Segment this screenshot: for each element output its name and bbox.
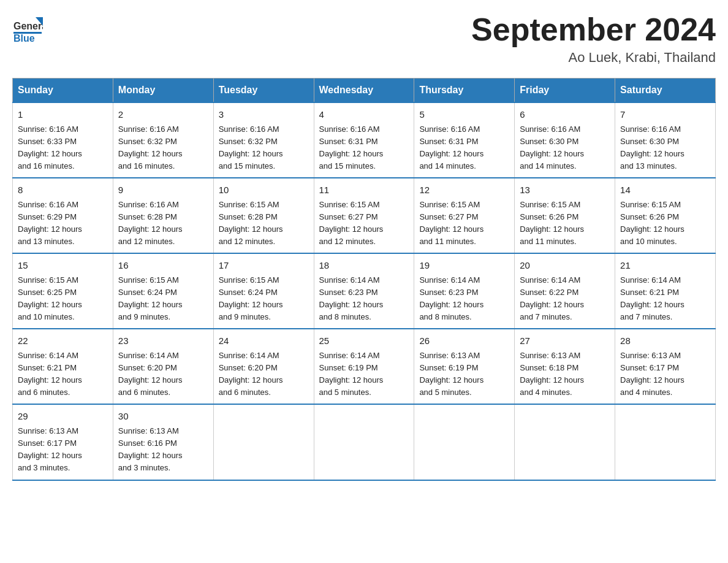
title-area: September 2024 Ao Luek, Krabi, Thailand — [471, 12, 716, 66]
calendar-cell: 11Sunrise: 6:15 AMSunset: 6:27 PMDayligh… — [314, 178, 414, 253]
calendar-cell: 7Sunrise: 6:16 AMSunset: 6:30 PMDaylight… — [615, 102, 716, 178]
calendar-cell: 9Sunrise: 6:16 AMSunset: 6:28 PMDaylight… — [113, 178, 213, 253]
day-info: Sunrise: 6:13 AMSunset: 6:17 PMDaylight:… — [18, 426, 82, 472]
day-info: Sunrise: 6:15 AMSunset: 6:26 PMDaylight:… — [620, 200, 684, 246]
day-info: Sunrise: 6:14 AMSunset: 6:23 PMDaylight:… — [319, 275, 384, 321]
day-number: 20 — [520, 259, 610, 273]
day-number: 11 — [319, 183, 409, 197]
day-number: 12 — [419, 183, 509, 197]
logo-area: General Blue — [12, 12, 43, 43]
page-header: General Blue September 2024 Ao Luek, Kra… — [12, 12, 716, 66]
calendar-cell: 23Sunrise: 6:14 AMSunset: 6:20 PMDayligh… — [113, 329, 213, 404]
day-info: Sunrise: 6:15 AMSunset: 6:24 PMDaylight:… — [219, 275, 283, 321]
day-info: Sunrise: 6:15 AMSunset: 6:25 PMDaylight:… — [18, 275, 82, 321]
calendar-cell: 20Sunrise: 6:14 AMSunset: 6:22 PMDayligh… — [515, 253, 615, 329]
column-header-tuesday: Tuesday — [213, 79, 314, 103]
calendar-cell — [213, 404, 314, 480]
day-info: Sunrise: 6:14 AMSunset: 6:23 PMDaylight:… — [419, 275, 483, 321]
calendar-cell: 26Sunrise: 6:13 AMSunset: 6:19 PMDayligh… — [414, 329, 515, 404]
calendar-cell: 28Sunrise: 6:13 AMSunset: 6:17 PMDayligh… — [615, 329, 716, 404]
day-info: Sunrise: 6:14 AMSunset: 6:20 PMDaylight:… — [219, 351, 283, 397]
day-info: Sunrise: 6:16 AMSunset: 6:31 PMDaylight:… — [419, 124, 483, 170]
day-number: 10 — [219, 183, 309, 197]
day-info: Sunrise: 6:16 AMSunset: 6:33 PMDaylight:… — [18, 124, 82, 170]
calendar-cell — [414, 404, 515, 480]
day-info: Sunrise: 6:13 AMSunset: 6:18 PMDaylight:… — [520, 351, 584, 397]
day-number: 26 — [419, 334, 509, 348]
svg-text:Blue: Blue — [13, 33, 35, 43]
day-number: 19 — [419, 259, 509, 273]
column-header-monday: Monday — [113, 79, 213, 103]
calendar-cell: 22Sunrise: 6:14 AMSunset: 6:21 PMDayligh… — [13, 329, 113, 404]
column-header-sunday: Sunday — [13, 79, 113, 103]
day-number: 30 — [118, 410, 208, 424]
day-number: 7 — [620, 108, 710, 122]
day-number: 23 — [118, 334, 208, 348]
day-number: 15 — [18, 259, 108, 273]
calendar-cell: 13Sunrise: 6:15 AMSunset: 6:26 PMDayligh… — [515, 178, 615, 253]
day-number: 6 — [520, 108, 610, 122]
calendar-cell — [314, 404, 414, 480]
day-number: 1 — [18, 108, 108, 122]
calendar-cell: 3Sunrise: 6:16 AMSunset: 6:32 PMDaylight… — [213, 102, 314, 178]
day-number: 14 — [620, 183, 710, 197]
day-info: Sunrise: 6:16 AMSunset: 6:30 PMDaylight:… — [620, 124, 684, 170]
day-info: Sunrise: 6:13 AMSunset: 6:16 PMDaylight:… — [118, 426, 183, 472]
day-info: Sunrise: 6:15 AMSunset: 6:27 PMDaylight:… — [419, 200, 483, 246]
day-info: Sunrise: 6:16 AMSunset: 6:31 PMDaylight:… — [319, 124, 384, 170]
calendar-cell: 2Sunrise: 6:16 AMSunset: 6:32 PMDaylight… — [113, 102, 213, 178]
day-info: Sunrise: 6:15 AMSunset: 6:28 PMDaylight:… — [219, 200, 283, 246]
calendar-cell: 14Sunrise: 6:15 AMSunset: 6:26 PMDayligh… — [615, 178, 716, 253]
day-number: 27 — [520, 334, 610, 348]
day-info: Sunrise: 6:14 AMSunset: 6:20 PMDaylight:… — [118, 351, 183, 397]
calendar-cell: 1Sunrise: 6:16 AMSunset: 6:33 PMDaylight… — [13, 102, 113, 178]
calendar-week-row: 22Sunrise: 6:14 AMSunset: 6:21 PMDayligh… — [13, 329, 716, 404]
calendar-cell: 5Sunrise: 6:16 AMSunset: 6:31 PMDaylight… — [414, 102, 515, 178]
calendar-week-row: 8Sunrise: 6:16 AMSunset: 6:29 PMDaylight… — [13, 178, 716, 253]
svg-text:General: General — [13, 21, 43, 31]
logo: General Blue — [12, 12, 43, 43]
calendar-cell: 17Sunrise: 6:15 AMSunset: 6:24 PMDayligh… — [213, 253, 314, 329]
day-info: Sunrise: 6:15 AMSunset: 6:26 PMDaylight:… — [520, 200, 584, 246]
day-info: Sunrise: 6:14 AMSunset: 6:21 PMDaylight:… — [18, 351, 82, 397]
calendar-week-row: 1Sunrise: 6:16 AMSunset: 6:33 PMDaylight… — [13, 102, 716, 178]
calendar-cell: 16Sunrise: 6:15 AMSunset: 6:24 PMDayligh… — [113, 253, 213, 329]
logo-icon: General Blue — [12, 12, 43, 43]
calendar-cell: 8Sunrise: 6:16 AMSunset: 6:29 PMDaylight… — [13, 178, 113, 253]
column-header-saturday: Saturday — [615, 79, 716, 103]
day-number: 3 — [219, 108, 309, 122]
calendar-cell: 21Sunrise: 6:14 AMSunset: 6:21 PMDayligh… — [615, 253, 716, 329]
day-info: Sunrise: 6:14 AMSunset: 6:21 PMDaylight:… — [620, 275, 684, 321]
day-info: Sunrise: 6:16 AMSunset: 6:32 PMDaylight:… — [118, 124, 183, 170]
day-number: 21 — [620, 259, 710, 273]
day-info: Sunrise: 6:14 AMSunset: 6:22 PMDaylight:… — [520, 275, 584, 321]
column-header-thursday: Thursday — [414, 79, 515, 103]
day-number: 2 — [118, 108, 208, 122]
day-info: Sunrise: 6:15 AMSunset: 6:27 PMDaylight:… — [319, 200, 384, 246]
day-number: 5 — [419, 108, 509, 122]
day-info: Sunrise: 6:16 AMSunset: 6:32 PMDaylight:… — [219, 124, 283, 170]
day-info: Sunrise: 6:16 AMSunset: 6:29 PMDaylight:… — [18, 200, 82, 246]
calendar-cell: 6Sunrise: 6:16 AMSunset: 6:30 PMDaylight… — [515, 102, 615, 178]
day-info: Sunrise: 6:13 AMSunset: 6:19 PMDaylight:… — [419, 351, 483, 397]
calendar-table: SundayMondayTuesdayWednesdayThursdayFrid… — [12, 78, 716, 480]
calendar-cell: 30Sunrise: 6:13 AMSunset: 6:16 PMDayligh… — [113, 404, 213, 480]
calendar-cell: 19Sunrise: 6:14 AMSunset: 6:23 PMDayligh… — [414, 253, 515, 329]
column-header-wednesday: Wednesday — [314, 79, 414, 103]
calendar-cell — [515, 404, 615, 480]
day-number: 28 — [620, 334, 710, 348]
column-header-friday: Friday — [515, 79, 615, 103]
calendar-cell: 24Sunrise: 6:14 AMSunset: 6:20 PMDayligh… — [213, 329, 314, 404]
day-number: 29 — [18, 410, 108, 424]
location-subtitle: Ao Luek, Krabi, Thailand — [471, 50, 716, 66]
day-number: 8 — [18, 183, 108, 197]
day-number: 24 — [219, 334, 309, 348]
day-info: Sunrise: 6:14 AMSunset: 6:19 PMDaylight:… — [319, 351, 384, 397]
calendar-header-row: SundayMondayTuesdayWednesdayThursdayFrid… — [13, 79, 716, 103]
calendar-cell: 29Sunrise: 6:13 AMSunset: 6:17 PMDayligh… — [13, 404, 113, 480]
month-year-title: September 2024 — [471, 12, 716, 47]
day-info: Sunrise: 6:13 AMSunset: 6:17 PMDaylight:… — [620, 351, 684, 397]
calendar-cell — [615, 404, 716, 480]
calendar-cell: 27Sunrise: 6:13 AMSunset: 6:18 PMDayligh… — [515, 329, 615, 404]
day-number: 9 — [118, 183, 208, 197]
